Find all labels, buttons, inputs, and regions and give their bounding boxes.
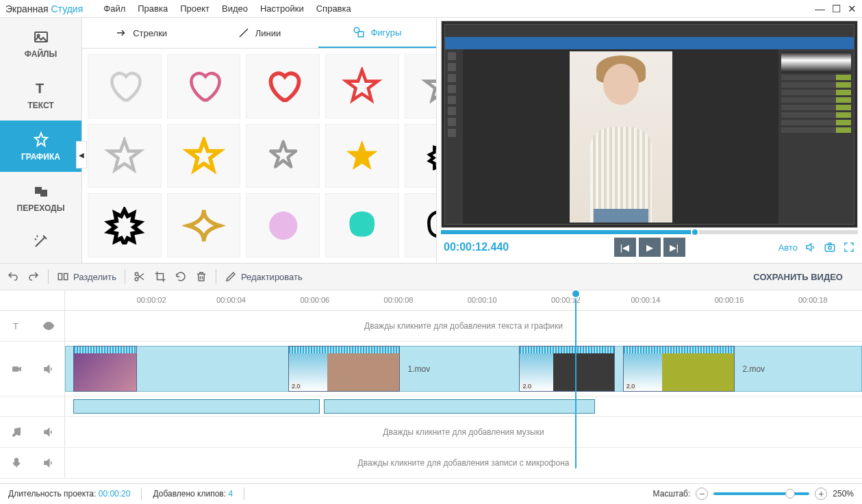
- shape-blob-teal[interactable]: [325, 193, 399, 257]
- shape-star-outline-gray[interactable]: [88, 124, 162, 188]
- sidebar-tab-graphics[interactable]: ГРАФИКА: [0, 121, 81, 172]
- shape-burst[interactable]: [405, 124, 436, 188]
- visibility-icon[interactable]: [42, 320, 55, 332]
- preview-time: 00:00:12.440: [444, 241, 509, 253]
- play-button[interactable]: ▶: [639, 238, 661, 257]
- star-icon: [33, 131, 49, 148]
- svg-text:T: T: [12, 321, 18, 331]
- tab-arrows[interactable]: Стрелки: [82, 18, 200, 48]
- shape-heart-gray[interactable]: [88, 54, 162, 118]
- split-icon: [57, 270, 69, 283]
- rotate-button[interactable]: [175, 270, 187, 283]
- prev-button[interactable]: |◀: [614, 238, 636, 257]
- sidebar-tab-files[interactable]: ФАЙЛЫ: [0, 18, 81, 69]
- menu-help[interactable]: Справка: [316, 3, 351, 14]
- split-button[interactable]: Разделить: [57, 270, 116, 283]
- cut-button[interactable]: [134, 270, 146, 283]
- volume-track-icon[interactable]: [42, 363, 55, 375]
- shape-star-yellow-outline[interactable]: [167, 124, 241, 188]
- zoom-out-button[interactable]: −: [696, 488, 708, 500]
- track-mic: Дважды кликните для добавления записи с …: [0, 448, 862, 479]
- strip-1[interactable]: [73, 399, 320, 414]
- redo-button[interactable]: [27, 270, 40, 283]
- sidebar-collapse-button[interactable]: ◀: [76, 141, 87, 168]
- trash-icon: [195, 270, 207, 283]
- minimize-button[interactable]: —: [815, 3, 825, 15]
- menu-file[interactable]: Файл: [103, 3, 125, 14]
- snapshot-icon[interactable]: [824, 241, 836, 253]
- clip-2-label: 2.mov: [742, 364, 765, 374]
- svg-rect-16: [12, 366, 18, 372]
- playhead[interactable]: [575, 290, 576, 468]
- clip-screenshot[interactable]: 2.0: [519, 346, 615, 392]
- svg-rect-6: [359, 32, 364, 37]
- maximize-button[interactable]: ☐: [832, 3, 841, 15]
- text-icon: T: [33, 80, 49, 97]
- clip-2mov[interactable]: 2.0: [623, 346, 735, 392]
- tab-lines[interactable]: Линии: [200, 18, 318, 48]
- shape-heart-red[interactable]: [246, 54, 320, 118]
- fullscreen-icon[interactable]: [843, 241, 855, 253]
- shape-heart-pink[interactable]: [167, 54, 241, 118]
- shape-star-fill-yellow[interactable]: [325, 124, 399, 188]
- auto-label[interactable]: Авто: [778, 242, 798, 253]
- ruler[interactable]: 00:00:02 00:00:04 00:00:06 00:00:08 00:0…: [65, 290, 862, 310]
- audio-track-hint[interactable]: Дважды кликните для добавления музыки: [65, 427, 862, 437]
- volume-audio-icon[interactable]: [42, 426, 55, 438]
- transitions-icon: [33, 183, 49, 199]
- strip-2[interactable]: [324, 399, 595, 414]
- shape-star-gray[interactable]: [405, 54, 436, 118]
- track-video: 2.0 1.mov 2.0 2.0 2.mov: [0, 342, 862, 396]
- app-title: Экранная Студия: [5, 3, 83, 14]
- next-button[interactable]: ▶|: [663, 238, 685, 257]
- svg-point-18: [18, 433, 20, 436]
- shape-burst8[interactable]: [88, 193, 162, 257]
- scissors-icon: [134, 270, 146, 283]
- shape-star-rounded[interactable]: [246, 124, 320, 188]
- shape-blob-outline[interactable]: [405, 193, 436, 257]
- sidebar-tab-transitions[interactable]: ПЕРЕХОДЫ: [0, 172, 81, 223]
- sidebar-tab-effects[interactable]: [0, 223, 81, 259]
- crop-button[interactable]: [154, 270, 166, 283]
- track-video2: [0, 396, 862, 417]
- zoom-value: 250%: [833, 489, 854, 499]
- shape-circle-pink[interactable]: [246, 193, 320, 257]
- clip-intro[interactable]: [73, 346, 137, 392]
- menu-project[interactable]: Проект: [180, 3, 210, 14]
- zoom-in-button[interactable]: +: [815, 488, 827, 500]
- shape-star-red[interactable]: [325, 54, 399, 118]
- svg-rect-4: [40, 190, 47, 197]
- menu-edit[interactable]: Правка: [138, 3, 168, 14]
- svg-point-7: [269, 212, 297, 240]
- volume-icon[interactable]: [804, 241, 817, 253]
- save-video-button[interactable]: СОХРАНИТЬ ВИДЕО: [741, 266, 855, 288]
- delete-button[interactable]: [195, 270, 207, 283]
- mic-track-hint[interactable]: Дважды кликните для добавления записи с …: [65, 458, 862, 468]
- clip-1mov[interactable]: 2.0: [288, 346, 400, 392]
- preview-panel: 00:00:12.440 |◀ ▶ ▶| Авто: [437, 18, 862, 263]
- wand-icon: [33, 233, 49, 249]
- image-icon: [33, 29, 49, 45]
- shape-sparkle[interactable]: [167, 193, 241, 257]
- svg-rect-11: [64, 274, 68, 280]
- menu-video[interactable]: Видео: [222, 3, 248, 14]
- zoom-label: Масштаб:: [653, 489, 691, 499]
- edit-button[interactable]: Редактировать: [225, 270, 303, 283]
- zoom-slider[interactable]: [713, 492, 809, 495]
- menu-bar: Файл Правка Проект Видео Настройки Справ…: [103, 3, 351, 14]
- close-button[interactable]: ✕: [848, 3, 857, 15]
- text-track-hint[interactable]: Дважды кликните для добавления текста и …: [65, 321, 862, 331]
- sidebar-tab-text[interactable]: T ТЕКСТ: [0, 69, 81, 121]
- menu-settings[interactable]: Настройки: [260, 3, 304, 14]
- volume-mic-icon[interactable]: [42, 457, 55, 469]
- arrow-icon: [115, 27, 127, 39]
- tab-figures[interactable]: Фигуры: [318, 18, 436, 48]
- timeline-toolbar: Разделить Редактировать СОХРАНИТЬ ВИДЕО: [0, 263, 862, 290]
- shapes-panel: Стрелки Линии Фигуры: [82, 18, 437, 263]
- sidebar: ФАЙЛЫ T ТЕКСТ ГРАФИКА ПЕРЕХОДЫ ◀: [0, 18, 82, 263]
- svg-point-15: [47, 325, 50, 328]
- shapes-grid: [82, 49, 436, 263]
- track-text: T Дважды кликните для добавления текста …: [0, 311, 862, 342]
- undo-button[interactable]: [7, 270, 19, 283]
- video-track-icon: [10, 363, 23, 375]
